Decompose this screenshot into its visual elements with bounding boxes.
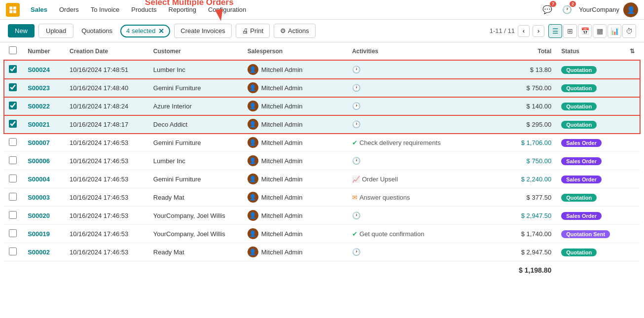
order-number[interactable]: S00002 [23,243,65,261]
table-row[interactable]: S0000710/16/2024 17:46:53Gemini Furnitur… [4,134,640,152]
order-number[interactable]: S00022 [23,97,65,115]
next-page-button[interactable]: › [533,25,544,37]
activity-view-button[interactable]: ⏱ [622,24,636,38]
activity-button[interactable]: 🕐 2 [559,2,575,18]
table-row[interactable]: S0000310/16/2024 17:46:53Ready Mat👤Mitch… [4,188,640,207]
prev-page-button[interactable]: ‹ [518,25,530,37]
table-row[interactable]: S0000610/16/2024 17:46:53Lumber Inc👤Mitc… [4,152,640,170]
order-activities[interactable]: 📈Order Upsell [347,170,494,188]
order-number[interactable]: S00007 [23,134,65,152]
table-row[interactable]: S0002210/16/2024 17:48:24Azure Interior👤… [4,97,640,115]
row-checkbox[interactable] [9,120,17,128]
nav-reporting[interactable]: Reporting [164,4,201,15]
activity-icon: 📈 [352,176,360,183]
activity-icon: 🕐 [352,248,360,256]
order-activities[interactable]: ✉Answer questions [347,188,494,207]
row-checkbox[interactable] [9,102,17,109]
col-header-adjust[interactable]: ⇅ [624,42,640,60]
kanban-view-button[interactable]: ⊞ [563,24,577,38]
messages-button[interactable]: 💬 7 [539,2,555,18]
order-customer[interactable]: Ready Mat [148,243,243,261]
order-customer[interactable]: Lumber Inc [148,152,243,170]
order-activities: 🕐 [347,243,494,261]
company-name[interactable]: YourCompany [579,6,619,13]
row-checkbox[interactable] [9,83,17,91]
row-checkbox[interactable] [9,211,17,219]
order-number[interactable]: S00006 [23,152,65,170]
order-number[interactable]: S00004 [23,170,65,188]
pivot-view-button[interactable]: ▦ [593,24,607,38]
quotations-button[interactable]: Quotations [77,24,116,37]
order-number[interactable]: S00020 [23,207,65,225]
order-activities[interactable]: ✔Get quote confirmation [347,225,494,243]
salesperson-name: Mitchell Admin [261,176,303,183]
list-view-button[interactable]: ☰ [548,24,562,38]
pagination-info: 1-11 / 11 ‹ › [490,25,544,37]
activity-text: Check delivery requirements [359,139,441,146]
table-row[interactable]: S0000410/16/2024 17:46:53Gemini Furnitur… [4,170,640,188]
table-row[interactable]: S0002010/16/2024 17:46:53YourCompany, Jo… [4,207,640,225]
row-checkbox[interactable] [9,193,17,201]
actions-button[interactable]: ⚙ Actions [274,24,316,38]
order-total: $ 750.00 [494,79,556,97]
app-logo[interactable] [6,3,20,17]
order-customer[interactable]: Gemini Furniture [148,79,243,97]
order-number[interactable]: S00023 [23,79,65,97]
salesperson-name: Mitchell Admin [261,103,303,110]
salesperson-avatar: 👤 [248,155,258,166]
table-row[interactable]: S0002410/16/2024 17:48:51Lumber Inc👤Mitc… [4,60,640,79]
create-invoices-button[interactable]: Create Invoices [174,24,231,38]
clear-selection-button[interactable]: ✕ [158,27,164,35]
nav-to-invoice[interactable]: To Invoice [86,4,125,15]
order-number[interactable]: S00021 [23,115,65,134]
row-checkbox[interactable] [9,175,17,182]
print-button[interactable]: 🖨 Print [236,24,270,38]
status-badge: Quotation [561,66,597,74]
order-status: Quotation [556,188,624,207]
order-customer[interactable]: YourCompany, Joel Willis [148,207,243,225]
order-number[interactable]: S00019 [23,225,65,243]
calendar-view-button[interactable]: 📅 [578,24,592,38]
nav-products[interactable]: Products [126,4,161,15]
svg-rect-3 [13,10,16,13]
gear-icon: ⚙ [280,27,286,35]
order-customer[interactable]: Gemini Furniture [148,170,243,188]
table-row[interactable]: S0000210/16/2024 17:46:53Ready Mat👤Mitch… [4,243,640,261]
nav-configuration[interactable]: Configuration [203,4,251,15]
order-date: 10/16/2024 17:46:53 [65,225,148,243]
order-activities[interactable]: ✔Check delivery requirements [347,134,494,152]
upload-button[interactable]: Upload [38,24,73,38]
salesperson-name: Mitchell Admin [261,157,303,165]
row-checkbox[interactable] [9,65,17,73]
table-row[interactable]: S0001910/16/2024 17:46:53YourCompany, Jo… [4,225,640,243]
row-checkbox[interactable] [9,247,17,255]
order-customer[interactable]: YourCompany, Joel Willis [148,225,243,243]
table-row[interactable]: S0002110/16/2024 17:48:17Deco Addict👤Mit… [4,115,640,134]
salesperson-avatar: 👤 [248,192,258,203]
row-checkbox[interactable] [9,138,17,146]
order-salesperson: 👤Mitchell Admin [243,60,347,79]
graph-view-button[interactable]: 📊 [608,24,621,38]
order-customer[interactable]: Gemini Furniture [148,134,243,152]
order-number[interactable]: S00003 [23,188,65,207]
user-avatar[interactable]: 👤 [623,2,638,17]
order-customer[interactable]: Deco Addict [148,115,243,134]
row-checkbox[interactable] [9,229,17,237]
row-checkbox[interactable] [9,156,17,164]
order-activities: 🕐 [347,115,494,134]
select-all-checkbox[interactable] [9,46,17,54]
order-customer[interactable]: Lumber Inc [148,60,243,79]
selected-badge[interactable]: 4 selected ✕ [120,25,170,37]
salesperson-avatar: 👤 [248,101,258,111]
order-status: Quotation [556,60,624,79]
order-customer[interactable]: Ready Mat [148,188,243,207]
nav-orders[interactable]: Orders [54,4,84,15]
activity-icon: ✔ [352,139,358,146]
order-activities: 🕐 [347,79,494,97]
nav-sales[interactable]: Sales [26,4,52,15]
order-customer[interactable]: Azure Interior [148,97,243,115]
new-button[interactable]: New [8,24,35,37]
table-row[interactable]: S0002310/16/2024 17:48:40Gemini Furnitur… [4,79,640,97]
order-number[interactable]: S00024 [23,60,65,79]
salesperson-name: Mitchell Admin [261,121,303,128]
